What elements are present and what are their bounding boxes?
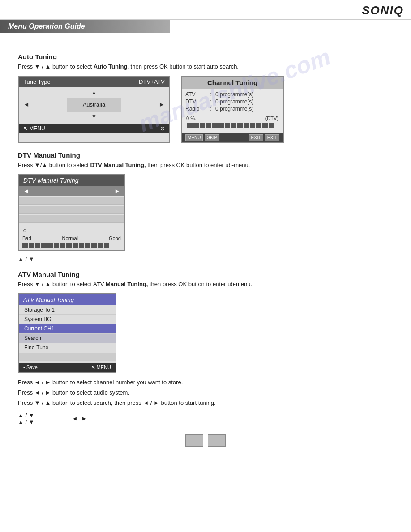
sub-arrow-2: ▲ / ▼ [18, 419, 34, 425]
atv-panel: ATV Manual Tuning Storage To 1 System BG… [18, 293, 116, 373]
ct-bar-block [206, 123, 211, 128]
dtv-row-1 [19, 197, 124, 205]
ct-progress-pct: 0 %... [186, 116, 199, 121]
channel-tuning-rows: ATV : 0 programme(s) DTV : 0 programme(s… [182, 89, 283, 131]
tune-type-label: Tune Type [23, 78, 51, 85]
tune-type-body: ▲ ◄ Australia ► ▼ [19, 87, 169, 122]
atv-instruction-1: Press ◄ / ► button to select channel num… [18, 377, 393, 387]
tune-center-label: Australia [67, 98, 121, 112]
ct-bar-block [187, 123, 193, 128]
ct-value-radio: 0 programme(s) [215, 106, 253, 112]
dtv-bar-block [29, 243, 34, 248]
ct-exit-btn2[interactable]: EXIT [265, 134, 279, 141]
tune-row-mid: ◄ Australia ► [19, 98, 169, 112]
ct-progress-row: 0 %... (DTV) [185, 116, 279, 121]
ct-value-atv: 0 programme(s) [215, 91, 253, 98]
dtv-arrow-right: ► [114, 188, 120, 194]
channel-tuning-panel: Channel Tuning ATV : 0 programme(s) DTV … [181, 76, 284, 143]
page-nav [18, 434, 393, 447]
dtv-bar-block [54, 243, 59, 248]
auto-tuning-title: Auto Tuning [18, 53, 393, 60]
dtv-signal-bad: Bad [22, 236, 31, 241]
ct-skip-btn[interactable]: SKIP [205, 134, 219, 141]
atv-row-finetune: Fine-Tune [19, 343, 116, 352]
atv-manual-title: ATV Manual Tuning [18, 270, 393, 278]
auto-tuning-desc: Press ▼ / ▲ button to select Auto Tuning… [18, 62, 393, 71]
prev-page-btn[interactable] [185, 434, 203, 447]
dtv-arrow-label: ▲ / ▼ [18, 256, 393, 262]
ct-row-dtv: DTV : 0 programme(s) [185, 99, 279, 105]
brand-logo: SONIQ [362, 4, 404, 17]
tune-arrow-right: ► [157, 99, 167, 110]
dtv-row-2 [19, 206, 124, 214]
dtv-signal-icon: ⬦ [22, 225, 121, 235]
auto-tuning-panels: Tune Type DTV+ATV ▲ ◄ Australia ► ▼ ↖ ME… [18, 76, 393, 143]
ct-bar-block [244, 123, 249, 128]
dtv-bar-block [98, 243, 103, 248]
tune-type-panel: Tune Type DTV+ATV ▲ ◄ Australia ► ▼ ↖ ME… [18, 76, 170, 143]
dtv-nav-row: ◄ ► [19, 186, 124, 196]
atv-instruction-3: Press ▼ / ▲ button to select search, the… [18, 398, 393, 408]
ct-bar-block [262, 123, 268, 128]
dtv-bar-block [85, 243, 90, 248]
dtv-bar-block [60, 243, 65, 248]
atv-row-search: Search [19, 334, 116, 343]
ct-footer-left: MENU SKIP [185, 134, 219, 141]
bottom-arrows-row: ▲ / ▼ ▲ / ▼ ◄ ► [18, 412, 393, 425]
dtv-header: DTV Manual Tuning [19, 175, 124, 186]
tune-arrow-left: ◄ [21, 99, 31, 110]
ct-bar-block [200, 123, 205, 128]
page-header: SONIQ [0, 0, 411, 20]
ct-progress-bar [185, 122, 279, 129]
dtv-progress-bar [22, 242, 121, 249]
ct-label-dtv: DTV [185, 99, 206, 105]
ct-bar-block [218, 123, 224, 128]
ct-exit-btn1[interactable]: EXIT [249, 134, 263, 141]
tune-footer-menu: ↖ MENU [23, 125, 45, 132]
atv-header: ATV Manual Tuning [19, 294, 116, 305]
ct-bar-block [193, 123, 199, 128]
dtv-bar-block [91, 243, 97, 248]
ct-menu-btn[interactable]: MENU [185, 134, 203, 141]
ct-value-dtv: 0 programme(s) [215, 99, 253, 105]
tune-footer-ok: ⊙ [160, 125, 165, 132]
dtv-bar-block [47, 243, 53, 248]
ct-row-radio: Radio : 0 programme(s) [185, 106, 279, 112]
ct-bar-block [231, 123, 236, 128]
dtv-arrow-left: ◄ [23, 188, 29, 194]
ct-progress-type: (DTV) [265, 116, 278, 121]
menu-guide-bar: Menu Operation Guide [0, 20, 170, 33]
ct-label-radio: Radio [185, 106, 206, 112]
dtv-bar-block [66, 243, 72, 248]
dtv-bar-block [35, 243, 40, 248]
dtv-bar-block [104, 243, 109, 248]
atv-row-2: System BG [19, 315, 116, 324]
tune-footer: ↖ MENU ⊙ [19, 124, 169, 133]
ct-bar-block [212, 123, 218, 128]
atv-instructions: Press ◄ / ► button to select channel num… [18, 377, 393, 408]
sub-arrow-3: ◄ [72, 415, 78, 422]
dtv-signal-labels: Bad Normal Good [22, 236, 121, 241]
ct-footer: MENU SKIP EXIT EXIT [182, 133, 283, 142]
tune-arrow-down: ▼ [91, 113, 97, 120]
sub-arrow-4: ► [81, 415, 87, 422]
ct-bar-block [237, 123, 243, 128]
dtv-row-3 [19, 215, 124, 223]
sub-arrow-1: ▲ / ▼ [18, 412, 34, 419]
atv-empty-row [19, 353, 116, 361]
atv-manual-desc: Press ▼ / ▲ button to select ATV Manual … [18, 280, 393, 289]
ct-bar-block [225, 123, 230, 128]
tune-type-value: DTV+ATV [139, 78, 165, 85]
ct-bar-block [256, 123, 261, 128]
dtv-signal-normal: Normal [62, 236, 78, 241]
dtv-manual-title: DTV Manual Tuning [18, 151, 393, 159]
ct-bar-block [269, 123, 274, 128]
dtv-bar-block [79, 243, 84, 248]
atv-instruction-2: Press ◄ / ► button to select audio syste… [18, 387, 393, 398]
atv-footer-menu: ↖ MENU [91, 365, 111, 370]
next-page-btn[interactable] [208, 434, 226, 447]
ct-footer-right: EXIT EXIT [249, 134, 279, 141]
atv-footer-save: • Save [23, 365, 38, 370]
dtv-bar-block [73, 243, 78, 248]
dtv-manual-desc: Press ▼/▲ button to select DTV Manual Tu… [18, 161, 393, 170]
